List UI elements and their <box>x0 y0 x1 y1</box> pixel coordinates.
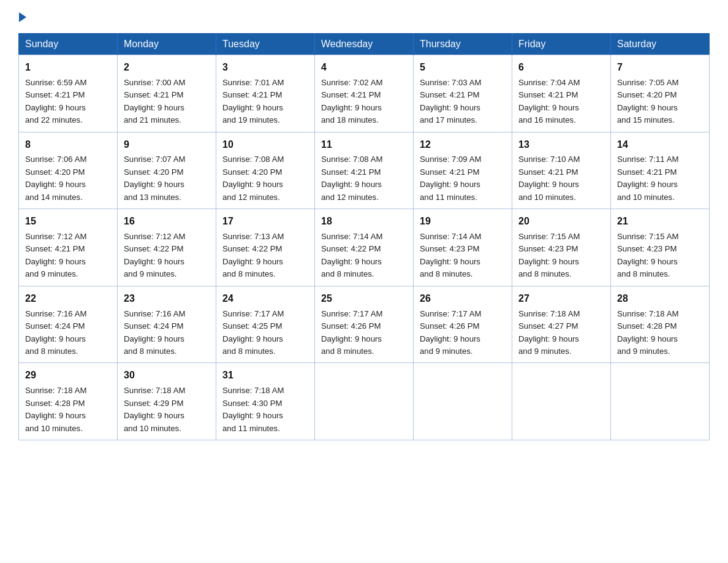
calendar-header: SundayMondayTuesdayWednesdayThursdayFrid… <box>19 34 710 55</box>
calendar-week-row: 8Sunrise: 7:06 AMSunset: 4:20 PMDaylight… <box>19 132 710 209</box>
calendar-cell: 7Sunrise: 7:05 AMSunset: 4:20 PMDaylight… <box>611 55 710 132</box>
calendar-cell: 11Sunrise: 7:08 AMSunset: 4:21 PMDayligh… <box>315 132 414 209</box>
day-number: 6 <box>518 60 604 75</box>
day-number: 11 <box>321 137 407 153</box>
day-info: Sunrise: 7:08 AMSunset: 4:20 PMDaylight:… <box>222 153 308 204</box>
day-number: 15 <box>25 214 111 229</box>
day-number: 23 <box>124 291 210 307</box>
day-info: Sunrise: 7:02 AMSunset: 4:21 PMDaylight:… <box>321 77 407 127</box>
calendar-cell: 4Sunrise: 7:02 AMSunset: 4:21 PMDaylight… <box>315 55 414 132</box>
day-info: Sunrise: 7:10 AMSunset: 4:21 PMDaylight:… <box>518 153 604 204</box>
day-info: Sunrise: 7:17 AMSunset: 4:26 PMDaylight:… <box>321 308 407 358</box>
day-info: Sunrise: 7:15 AMSunset: 4:23 PMDaylight:… <box>617 231 703 281</box>
calendar-cell <box>315 363 414 440</box>
weekday-header-wednesday: Wednesday <box>315 34 414 55</box>
calendar-body: 1Sunrise: 6:59 AMSunset: 4:21 PMDaylight… <box>19 55 710 440</box>
day-info: Sunrise: 7:01 AMSunset: 4:21 PMDaylight:… <box>222 77 308 127</box>
day-number: 31 <box>222 368 308 383</box>
calendar-cell: 21Sunrise: 7:15 AMSunset: 4:23 PMDayligh… <box>611 209 710 286</box>
calendar-cell: 19Sunrise: 7:14 AMSunset: 4:23 PMDayligh… <box>414 209 512 286</box>
day-number: 30 <box>124 368 210 383</box>
day-number: 3 <box>222 60 308 75</box>
calendar-cell <box>512 363 611 440</box>
day-info: Sunrise: 7:18 AMSunset: 4:28 PMDaylight:… <box>617 308 703 358</box>
day-number: 20 <box>518 214 604 229</box>
weekday-header-saturday: Saturday <box>611 34 710 55</box>
calendar-cell: 2Sunrise: 7:00 AMSunset: 4:21 PMDaylight… <box>118 55 216 132</box>
day-number: 26 <box>420 291 506 307</box>
day-info: Sunrise: 7:12 AMSunset: 4:22 PMDaylight:… <box>124 231 210 281</box>
calendar-cell: 10Sunrise: 7:08 AMSunset: 4:20 PMDayligh… <box>216 132 315 209</box>
day-info: Sunrise: 6:59 AMSunset: 4:21 PMDaylight:… <box>25 77 111 127</box>
day-info: Sunrise: 7:15 AMSunset: 4:23 PMDaylight:… <box>518 231 604 281</box>
day-info: Sunrise: 7:16 AMSunset: 4:24 PMDaylight:… <box>25 308 111 358</box>
calendar-cell: 27Sunrise: 7:18 AMSunset: 4:27 PMDayligh… <box>512 286 611 363</box>
calendar-cell: 24Sunrise: 7:17 AMSunset: 4:25 PMDayligh… <box>216 286 315 363</box>
calendar-week-row: 1Sunrise: 6:59 AMSunset: 4:21 PMDaylight… <box>19 55 710 132</box>
logo-arrow-icon <box>19 12 26 22</box>
calendar-cell: 29Sunrise: 7:18 AMSunset: 4:28 PMDayligh… <box>19 363 118 440</box>
day-info: Sunrise: 7:14 AMSunset: 4:23 PMDaylight:… <box>420 231 506 281</box>
day-info: Sunrise: 7:11 AMSunset: 4:21 PMDaylight:… <box>617 153 703 204</box>
weekday-header-monday: Monday <box>118 34 216 55</box>
day-number: 22 <box>25 291 111 307</box>
day-info: Sunrise: 7:07 AMSunset: 4:20 PMDaylight:… <box>124 153 210 204</box>
calendar-cell: 28Sunrise: 7:18 AMSunset: 4:28 PMDayligh… <box>611 286 710 363</box>
day-info: Sunrise: 7:18 AMSunset: 4:28 PMDaylight:… <box>25 385 111 435</box>
day-number: 7 <box>617 60 703 75</box>
calendar-cell: 20Sunrise: 7:15 AMSunset: 4:23 PMDayligh… <box>512 209 611 286</box>
day-number: 13 <box>518 137 604 153</box>
calendar-cell: 9Sunrise: 7:07 AMSunset: 4:20 PMDaylight… <box>118 132 216 209</box>
calendar-table: SundayMondayTuesdayWednesdayThursdayFrid… <box>18 33 710 440</box>
calendar-week-row: 29Sunrise: 7:18 AMSunset: 4:28 PMDayligh… <box>19 363 710 440</box>
day-number: 2 <box>124 60 210 75</box>
day-number: 28 <box>617 291 703 307</box>
day-number: 10 <box>222 137 308 153</box>
day-info: Sunrise: 7:00 AMSunset: 4:21 PMDaylight:… <box>124 77 210 127</box>
weekday-header-tuesday: Tuesday <box>216 34 315 55</box>
page-header <box>18 12 710 22</box>
day-info: Sunrise: 7:12 AMSunset: 4:21 PMDaylight:… <box>25 231 111 281</box>
day-number: 14 <box>617 137 703 153</box>
calendar-cell: 23Sunrise: 7:16 AMSunset: 4:24 PMDayligh… <box>118 286 216 363</box>
day-info: Sunrise: 7:03 AMSunset: 4:21 PMDaylight:… <box>420 77 506 127</box>
day-info: Sunrise: 7:18 AMSunset: 4:30 PMDaylight:… <box>222 385 308 435</box>
day-number: 21 <box>617 214 703 229</box>
day-number: 9 <box>124 137 210 153</box>
calendar-cell: 16Sunrise: 7:12 AMSunset: 4:22 PMDayligh… <box>118 209 216 286</box>
day-info: Sunrise: 7:17 AMSunset: 4:25 PMDaylight:… <box>222 308 308 358</box>
calendar-cell: 3Sunrise: 7:01 AMSunset: 4:21 PMDaylight… <box>216 55 315 132</box>
day-info: Sunrise: 7:14 AMSunset: 4:22 PMDaylight:… <box>321 231 407 281</box>
calendar-week-row: 15Sunrise: 7:12 AMSunset: 4:21 PMDayligh… <box>19 209 710 286</box>
calendar-cell: 30Sunrise: 7:18 AMSunset: 4:29 PMDayligh… <box>118 363 216 440</box>
day-number: 18 <box>321 214 407 229</box>
calendar-cell: 13Sunrise: 7:10 AMSunset: 4:21 PMDayligh… <box>512 132 611 209</box>
day-number: 25 <box>321 291 407 307</box>
calendar-cell: 25Sunrise: 7:17 AMSunset: 4:26 PMDayligh… <box>315 286 414 363</box>
day-info: Sunrise: 7:04 AMSunset: 4:21 PMDaylight:… <box>518 77 604 127</box>
day-number: 1 <box>25 60 111 75</box>
weekday-header-thursday: Thursday <box>414 34 512 55</box>
day-number: 12 <box>420 137 506 153</box>
calendar-cell: 12Sunrise: 7:09 AMSunset: 4:21 PMDayligh… <box>414 132 512 209</box>
weekday-header-sunday: Sunday <box>19 34 118 55</box>
day-number: 19 <box>420 214 506 229</box>
day-info: Sunrise: 7:16 AMSunset: 4:24 PMDaylight:… <box>124 308 210 358</box>
calendar-cell: 5Sunrise: 7:03 AMSunset: 4:21 PMDaylight… <box>414 55 512 132</box>
day-info: Sunrise: 7:18 AMSunset: 4:27 PMDaylight:… <box>518 308 604 358</box>
calendar-cell: 22Sunrise: 7:16 AMSunset: 4:24 PMDayligh… <box>19 286 118 363</box>
day-info: Sunrise: 7:18 AMSunset: 4:29 PMDaylight:… <box>124 385 210 435</box>
day-number: 27 <box>518 291 604 307</box>
day-number: 16 <box>124 214 210 229</box>
calendar-cell: 26Sunrise: 7:17 AMSunset: 4:26 PMDayligh… <box>414 286 512 363</box>
calendar-cell: 1Sunrise: 6:59 AMSunset: 4:21 PMDaylight… <box>19 55 118 132</box>
logo <box>18 12 27 22</box>
day-info: Sunrise: 7:06 AMSunset: 4:20 PMDaylight:… <box>25 153 111 204</box>
calendar-cell <box>611 363 710 440</box>
day-number: 4 <box>321 60 407 75</box>
weekday-header-friday: Friday <box>512 34 611 55</box>
day-number: 17 <box>222 214 308 229</box>
calendar-cell: 31Sunrise: 7:18 AMSunset: 4:30 PMDayligh… <box>216 363 315 440</box>
day-info: Sunrise: 7:08 AMSunset: 4:21 PMDaylight:… <box>321 153 407 204</box>
day-number: 24 <box>222 291 308 307</box>
